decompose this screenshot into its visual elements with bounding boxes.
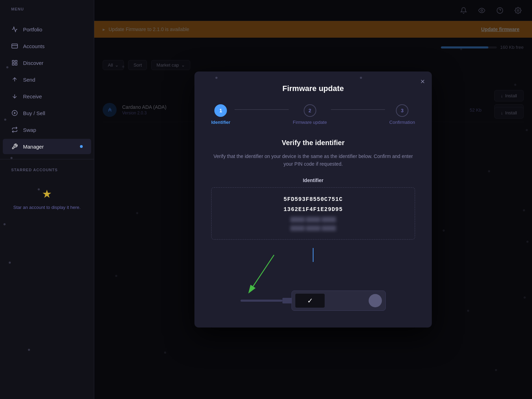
sidebar-swap-label: Swap: [23, 127, 36, 133]
sidebar-buy-sell-label: Buy / Sell: [23, 110, 45, 116]
identifier-label: Identifier: [211, 178, 415, 183]
device-screen: ✓: [295, 294, 325, 308]
sidebar: MENU Portfolio Accounts Discover Send: [0, 0, 94, 399]
sidebar-item-buy-sell[interactable]: Buy / Sell: [3, 105, 91, 121]
usb-plug: [282, 298, 292, 303]
sidebar-item-manager[interactable]: Manager: [3, 139, 91, 154]
starred-empty-area: ★ Star an account to display it here.: [0, 180, 94, 218]
stepper-step-3: 3 Confirmation: [389, 104, 415, 125]
identifier-line1: 5FD593F8550C751C: [219, 195, 408, 205]
identifier-blurred2: ▓▓▓▓ ▓▓▓▓ ▓▓▓▓: [219, 224, 408, 232]
wrench-icon: [11, 143, 18, 150]
sidebar-manager-label: Manager: [23, 144, 44, 150]
usb-cable-assembly: [241, 298, 291, 303]
modal-section-title: Verify the identifier: [211, 139, 415, 147]
stepper-circle-3: 3: [396, 104, 408, 117]
svg-rect-4: [12, 63, 14, 65]
sidebar-divider: [0, 159, 94, 159]
stepper-step-2: 2 Firmware update: [293, 104, 327, 125]
connection-line: [312, 248, 314, 262]
starred-empty-text: Star an account to display it here.: [13, 204, 81, 211]
dollar-icon: [11, 110, 18, 116]
device-button: [369, 294, 382, 307]
svg-rect-0: [12, 44, 18, 48]
device-body: ✓: [291, 291, 386, 311]
arrow-up-icon: [11, 76, 18, 83]
sidebar-item-receive[interactable]: Receive: [3, 89, 91, 104]
stepper: 1 Identifier 2 Firmware update 3 Confirm…: [211, 104, 415, 125]
stepper-label-3: Confirmation: [389, 120, 415, 125]
svg-rect-5: [15, 63, 17, 65]
svg-rect-2: [12, 60, 14, 62]
modal-overlay: × Firmware update 1 Identifier 2 Firmwar…: [94, 0, 532, 399]
menu-label: MENU: [3, 7, 91, 17]
sidebar-discover-label: Discover: [23, 60, 43, 66]
modal-title: Firmware update: [211, 84, 415, 93]
stepper-line-1: [235, 109, 289, 110]
chart-line-icon: [11, 26, 18, 33]
main-content: ▸ Update Firmware to 2.1.0 is available …: [94, 0, 532, 399]
sidebar-item-send[interactable]: Send: [3, 72, 91, 87]
arrow-down-icon: [11, 93, 18, 100]
grid-icon: [11, 59, 18, 66]
stepper-step-1: 1 Identifier: [211, 104, 230, 125]
sidebar-item-discover[interactable]: Discover: [3, 55, 91, 70]
device-illustration: ✓: [241, 291, 386, 311]
starred-label: STARRED ACCOUNTS: [3, 168, 91, 178]
usb-cable: [241, 300, 282, 302]
sidebar-item-portfolio[interactable]: Portfolio: [3, 22, 91, 37]
firmware-update-modal: × Firmware update 1 Identifier 2 Firmwar…: [194, 71, 432, 328]
identifier-line2: 1362E1F4F1E29D95: [219, 205, 408, 215]
checkmark-icon: ✓: [307, 296, 313, 305]
stepper-label-1: Identifier: [211, 120, 230, 125]
stepper-line-2: [331, 109, 385, 110]
sidebar-receive-label: Receive: [23, 93, 42, 99]
device-area: ✓: [211, 248, 415, 311]
swap-icon: [11, 126, 18, 133]
sidebar-item-accounts[interactable]: Accounts: [3, 38, 91, 54]
sidebar-send-label: Send: [23, 77, 35, 83]
stepper-circle-1: 1: [214, 104, 227, 117]
green-arrow-icon: [239, 251, 288, 293]
sidebar-portfolio-label: Portfolio: [23, 27, 42, 32]
stepper-label-2: Firmware update: [293, 120, 327, 125]
identifier-box: 5FD593F8550C751C 1362E1F4F1E29D95 ▓▓▓▓ ▓…: [211, 187, 415, 240]
sidebar-accounts-label: Accounts: [23, 43, 45, 49]
star-icon: ★: [42, 187, 52, 201]
sidebar-item-swap[interactable]: Swap: [3, 122, 91, 137]
svg-rect-3: [15, 60, 17, 62]
modal-description: Verify that the identifier on your devic…: [211, 152, 415, 168]
stepper-circle-2: 2: [304, 104, 316, 117]
wallet-icon: [11, 43, 18, 50]
manager-notification-dot: [80, 145, 83, 148]
modal-close-button[interactable]: ×: [420, 78, 425, 85]
identifier-blurred1: ▓▓▓▓ ▓▓▓▓ ▓▓▓▓: [219, 215, 408, 224]
